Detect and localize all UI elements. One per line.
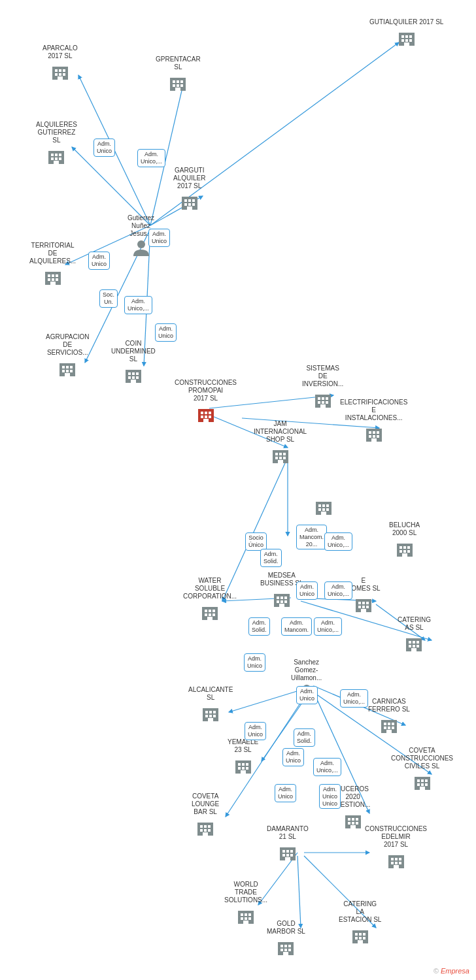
svg-rect-183 bbox=[388, 723, 390, 725]
svg-rect-218 bbox=[352, 822, 354, 825]
role-adm-solid-21[interactable]: Adm.Solid. bbox=[294, 728, 315, 747]
role-adm-unico-22[interactable]: Adm.Unico bbox=[282, 748, 304, 766]
svg-rect-162 bbox=[366, 606, 369, 608]
graph-container: GUTIALQUILER 2017 SL APARCALO2017 SL GPR… bbox=[0, 0, 476, 980]
svg-rect-125 bbox=[318, 504, 321, 507]
svg-rect-55 bbox=[51, 157, 54, 160]
watermark: © Empresa bbox=[434, 967, 469, 975]
role-adm-unico-2[interactable]: Adm.Unico,... bbox=[137, 149, 165, 167]
role-soc-un[interactable]: Soc.Un. bbox=[99, 289, 118, 308]
svg-rect-64 bbox=[188, 203, 191, 206]
svg-rect-86 bbox=[132, 372, 135, 375]
role-adm-unico-3[interactable]: Adm.Unico bbox=[88, 252, 110, 270]
svg-rect-32 bbox=[405, 39, 408, 42]
role-adm-unico-16[interactable]: Adm.Unico,... bbox=[314, 617, 342, 636]
svg-rect-163 bbox=[361, 609, 366, 612]
svg-rect-126 bbox=[322, 504, 325, 507]
svg-rect-74 bbox=[56, 278, 58, 281]
svg-line-21 bbox=[298, 856, 301, 928]
svg-rect-210 bbox=[204, 829, 207, 832]
svg-point-67 bbox=[137, 240, 145, 248]
role-adm-unico-5[interactable]: Adm.Unico,... bbox=[124, 296, 152, 314]
role-adm-mancom-15[interactable]: Adm.Mancom. bbox=[281, 617, 312, 636]
svg-rect-185 bbox=[384, 727, 386, 729]
svg-rect-232 bbox=[399, 858, 401, 860]
svg-rect-91 bbox=[131, 380, 136, 383]
svg-rect-69 bbox=[48, 274, 50, 277]
svg-rect-71 bbox=[56, 274, 58, 277]
role-adm-unico-1[interactable]: Adm.Unico bbox=[94, 139, 115, 157]
role-adm-unico-25[interactable]: Adm.UnicoUnico bbox=[319, 784, 341, 809]
svg-rect-104 bbox=[318, 401, 320, 404]
svg-rect-191 bbox=[242, 763, 245, 766]
svg-rect-190 bbox=[238, 763, 241, 766]
svg-rect-72 bbox=[48, 278, 50, 281]
svg-rect-180 bbox=[208, 718, 213, 721]
role-adm-mancom-10[interactable]: Adm.Mancom.20... bbox=[296, 525, 327, 549]
role-adm-unico-12[interactable]: Adm.Unico bbox=[296, 581, 318, 600]
role-adm-unico-4[interactable]: Adm.Unico bbox=[148, 229, 170, 247]
role-socio-unico-8[interactable]: SocioÚnico bbox=[245, 532, 267, 551]
svg-rect-28 bbox=[401, 35, 404, 38]
role-adm-unico-19[interactable]: Adm.Unico,... bbox=[340, 689, 368, 708]
svg-rect-239 bbox=[245, 913, 247, 916]
svg-rect-242 bbox=[245, 917, 247, 920]
role-adm-unico-20[interactable]: Adm.Unico bbox=[245, 722, 266, 740]
svg-rect-31 bbox=[401, 39, 404, 42]
svg-rect-153 bbox=[280, 600, 283, 603]
svg-rect-129 bbox=[322, 508, 325, 511]
svg-rect-93 bbox=[201, 412, 203, 414]
role-adm-unico-6[interactable]: Adm.Unico bbox=[155, 323, 177, 342]
svg-rect-238 bbox=[241, 913, 243, 916]
svg-rect-249 bbox=[280, 949, 283, 951]
node-alcalicante: ALCALICANTESL bbox=[188, 686, 233, 723]
svg-rect-98 bbox=[209, 416, 211, 418]
role-adm-solid-14[interactable]: Adm.Solid. bbox=[248, 617, 270, 636]
svg-rect-119 bbox=[377, 431, 379, 434]
role-adm-unico-23[interactable]: Adm.Unico,... bbox=[313, 758, 341, 776]
node-alquileres-gutierrez: ALQUILERESGUTIERREZSL bbox=[36, 121, 77, 165]
role-adm-unico-13[interactable]: Adm.Unico,... bbox=[324, 581, 352, 600]
svg-rect-37 bbox=[59, 69, 61, 72]
svg-rect-217 bbox=[348, 822, 350, 825]
svg-rect-159 bbox=[366, 602, 369, 604]
svg-rect-46 bbox=[180, 80, 183, 83]
svg-rect-101 bbox=[318, 397, 320, 400]
svg-rect-121 bbox=[373, 435, 375, 438]
svg-rect-182 bbox=[384, 723, 386, 725]
svg-rect-123 bbox=[371, 438, 377, 442]
svg-rect-39 bbox=[55, 73, 58, 76]
svg-rect-203 bbox=[425, 783, 428, 786]
svg-rect-167 bbox=[416, 641, 419, 644]
svg-rect-96 bbox=[201, 416, 203, 418]
svg-rect-188 bbox=[386, 730, 392, 733]
svg-rect-56 bbox=[55, 157, 58, 160]
svg-rect-166 bbox=[413, 641, 415, 644]
svg-rect-252 bbox=[283, 952, 288, 955]
svg-rect-66 bbox=[187, 206, 192, 210]
svg-rect-256 bbox=[363, 933, 366, 936]
role-adm-unico-24[interactable]: Adm.Unico bbox=[275, 784, 296, 802]
svg-rect-216 bbox=[356, 818, 358, 821]
svg-rect-60 bbox=[184, 199, 187, 202]
role-adm-unico-17[interactable]: Adm.Unico bbox=[244, 653, 265, 672]
node-world-trade: WORLDTRADESOLUTIONS... bbox=[224, 881, 267, 925]
svg-rect-145 bbox=[209, 613, 211, 616]
svg-rect-30 bbox=[409, 35, 412, 38]
svg-rect-192 bbox=[246, 763, 248, 766]
svg-rect-170 bbox=[416, 645, 419, 647]
svg-rect-231 bbox=[395, 858, 398, 860]
node-electrificaciones: ELECTRIFICACIONESEINSTALACIONES... bbox=[340, 399, 407, 443]
svg-rect-58 bbox=[54, 161, 59, 164]
svg-rect-219 bbox=[356, 822, 358, 825]
role-adm-unico-18[interactable]: Adm.Unico bbox=[296, 686, 318, 704]
role-adm-solid-9[interactable]: Adm.Solid. bbox=[260, 549, 282, 567]
svg-rect-137 bbox=[403, 550, 406, 553]
svg-rect-169 bbox=[413, 645, 415, 647]
role-adm-unico-11[interactable]: Adm.Unico,... bbox=[324, 532, 352, 551]
svg-rect-65 bbox=[192, 203, 195, 206]
svg-rect-201 bbox=[417, 783, 420, 786]
svg-rect-176 bbox=[213, 711, 216, 713]
node-carnicas-ferrero: CARNICASFERRERO SL bbox=[368, 698, 410, 734]
svg-rect-149 bbox=[277, 596, 279, 599]
